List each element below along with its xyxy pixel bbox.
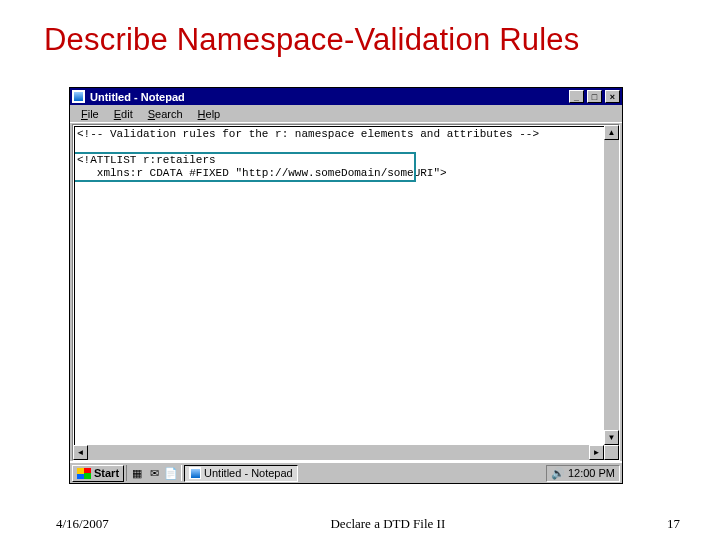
footer-page-number: 17 — [667, 516, 680, 532]
code-line-4: xmlns:r CDATA #FIXED "http://www.someDom… — [77, 167, 447, 179]
editor-content[interactable]: <!-- Validation rules for the r: namespa… — [75, 127, 618, 181]
notepad-window: Untitled - Notepad _ □ × File Edit Searc… — [69, 87, 623, 484]
taskbar: Start ▦ ✉ 📄 Untitled - Notepad 🔊 12:00 P… — [70, 461, 622, 483]
menubar: File Edit Search Help — [70, 105, 622, 123]
taskbar-item-notepad[interactable]: Untitled - Notepad — [184, 465, 298, 482]
quick-launch: ▦ ✉ 📄 — [126, 465, 182, 481]
windows-icon — [77, 468, 91, 479]
code-line-1: <!-- Validation rules for the r: namespa… — [77, 128, 539, 140]
horizontal-scrollbar[interactable]: ◄ ► — [73, 445, 604, 460]
notepad-icon — [189, 467, 201, 479]
window-title: Untitled - Notepad — [88, 91, 566, 103]
start-button[interactable]: Start — [72, 465, 124, 482]
scroll-up-button[interactable]: ▲ — [604, 125, 619, 140]
maximize-button[interactable]: □ — [587, 90, 602, 103]
scroll-down-button[interactable]: ▼ — [604, 430, 619, 445]
footer-title: Declare a DTD File II — [330, 516, 445, 532]
titlebar[interactable]: Untitled - Notepad _ □ × — [70, 88, 622, 105]
system-tray[interactable]: 🔊 12:00 PM — [546, 465, 620, 482]
code-line-3: <!ATTLIST r:retailers — [77, 154, 216, 166]
editor-area: <!-- Validation rules for the r: namespa… — [72, 124, 620, 461]
menu-help[interactable]: Help — [191, 107, 228, 121]
scroll-left-button[interactable]: ◄ — [73, 445, 88, 460]
start-label: Start — [94, 467, 119, 479]
slide-title: Describe Namespace-Validation Rules — [0, 0, 720, 66]
menu-search[interactable]: Search — [141, 107, 190, 121]
tray-clock: 12:00 PM — [568, 467, 615, 479]
tray-speaker-icon[interactable]: 🔊 — [551, 467, 565, 480]
footer-date: 4/16/2007 — [56, 516, 109, 532]
notepad-icon — [72, 90, 85, 103]
quick-launch-item-3[interactable]: 📄 — [163, 465, 179, 481]
menu-edit[interactable]: Edit — [107, 107, 140, 121]
scroll-right-button[interactable]: ► — [589, 445, 604, 460]
minimize-button[interactable]: _ — [569, 90, 584, 103]
vertical-scrollbar[interactable]: ▲ ▼ — [604, 125, 619, 445]
close-button[interactable]: × — [605, 90, 620, 103]
slide-footer: 4/16/2007 Declare a DTD File II 17 — [0, 516, 720, 532]
taskbar-item-label: Untitled - Notepad — [204, 467, 293, 479]
menu-file[interactable]: File — [74, 107, 106, 121]
quick-launch-item-2[interactable]: ✉ — [146, 465, 162, 481]
quick-launch-item-1[interactable]: ▦ — [129, 465, 145, 481]
scrollbar-corner — [604, 445, 619, 460]
